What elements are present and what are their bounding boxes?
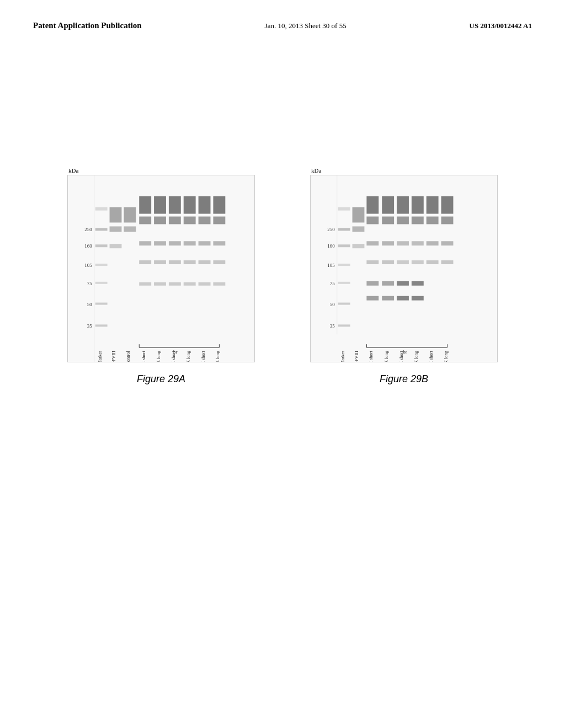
svg-text:50: 50 xyxy=(87,302,92,307)
svg-text:75: 75 xyxy=(87,281,92,286)
svg-rect-83 xyxy=(382,217,394,224)
svg-text:MW Marker: MW Marker xyxy=(97,351,103,362)
svg-rect-10 xyxy=(95,264,108,266)
svg-text:50: 50 xyxy=(330,302,335,307)
svg-rect-68 xyxy=(338,244,350,247)
publication-title: Patent Application Publication xyxy=(33,20,142,31)
svg-text:Lys 60K long: Lys 60K long xyxy=(215,350,220,362)
svg-rect-7 xyxy=(95,207,108,211)
svg-rect-44 xyxy=(213,196,225,214)
svg-rect-22 xyxy=(139,260,151,264)
svg-rect-70 xyxy=(338,282,350,284)
svg-text:Lys 40K long: Lys 40K long xyxy=(185,350,191,362)
svg-rect-20 xyxy=(139,217,151,224)
svg-text:Lys 60K short: Lys 60K short xyxy=(428,350,434,362)
svg-rect-106 xyxy=(441,241,454,245)
svg-text:105: 105 xyxy=(327,263,335,268)
svg-text:Lys 20K long: Lys 20K long xyxy=(156,350,161,362)
svg-text:35: 35 xyxy=(330,323,335,329)
svg-rect-96 xyxy=(412,241,424,245)
page-header: Patent Application Publication Jan. 10, … xyxy=(0,0,565,31)
svg-rect-67 xyxy=(338,228,350,231)
svg-rect-39 xyxy=(199,196,211,214)
patent-number: US 2013/0012442 A1 xyxy=(470,22,532,30)
svg-rect-21 xyxy=(139,241,151,245)
figure-29a: kDa 250 160 105 75 50 35 xyxy=(56,175,266,385)
svg-rect-34 xyxy=(184,196,196,214)
svg-text:250: 250 xyxy=(327,227,335,232)
svg-rect-17 xyxy=(124,207,136,223)
svg-rect-97 xyxy=(412,260,424,264)
svg-text:75: 75 xyxy=(330,281,335,286)
svg-rect-84 xyxy=(382,241,394,245)
svg-text:Lys 20K short: Lys 20K short xyxy=(141,350,146,362)
svg-rect-89 xyxy=(397,217,409,224)
figure-29a-caption: Figure 29A xyxy=(137,373,185,385)
svg-text:35: 35 xyxy=(87,323,92,329)
svg-rect-46 xyxy=(213,241,225,245)
svg-rect-9 xyxy=(95,244,108,247)
svg-text:Native rFVIII: Native rFVIII xyxy=(354,351,359,362)
svg-rect-69 xyxy=(338,264,350,266)
svg-rect-73 xyxy=(353,207,365,223)
svg-text:105: 105 xyxy=(84,263,92,268)
svg-rect-24 xyxy=(154,196,166,214)
svg-text:MW Marker: MW Marker xyxy=(340,351,345,362)
svg-text:250: 250 xyxy=(84,227,92,232)
svg-rect-78 xyxy=(366,241,379,245)
svg-rect-19 xyxy=(139,196,151,214)
svg-rect-102 xyxy=(427,241,439,245)
svg-rect-103 xyxy=(427,260,439,264)
svg-rect-92 xyxy=(397,281,409,286)
svg-rect-66 xyxy=(338,207,350,211)
svg-rect-95 xyxy=(412,217,424,224)
svg-rect-35 xyxy=(184,217,196,224)
svg-rect-87 xyxy=(382,296,394,301)
svg-text:Lys 40K long: Lys 40K long xyxy=(413,350,419,362)
svg-rect-32 xyxy=(169,260,181,264)
svg-rect-94 xyxy=(412,196,424,214)
svg-rect-104 xyxy=(441,196,454,214)
svg-rect-30 xyxy=(169,217,181,224)
svg-rect-82 xyxy=(382,196,394,214)
svg-rect-38 xyxy=(184,282,196,286)
svg-rect-71 xyxy=(338,303,350,305)
gel-image-b: 250 160 105 75 50 35 xyxy=(310,175,498,362)
svg-rect-105 xyxy=(441,217,454,224)
sheet-info: Jan. 10, 2013 Sheet 30 of 55 xyxy=(265,22,347,30)
svg-rect-29 xyxy=(169,196,181,214)
svg-rect-107 xyxy=(441,260,454,264)
svg-rect-79 xyxy=(366,260,379,264)
svg-text:Native rFVIII: Native rFVIII xyxy=(111,351,116,362)
svg-rect-48 xyxy=(213,282,225,286)
svg-rect-14 xyxy=(110,207,122,223)
svg-rect-15 xyxy=(110,226,122,232)
svg-text:FVIII hydr control: FVIII hydr control xyxy=(125,350,131,362)
svg-rect-80 xyxy=(366,281,379,286)
svg-rect-13 xyxy=(95,324,108,326)
kda-label-a: kDa xyxy=(68,167,78,174)
kda-label-b: kDa xyxy=(311,167,321,174)
svg-rect-85 xyxy=(382,260,394,264)
svg-rect-36 xyxy=(184,241,196,245)
svg-rect-75 xyxy=(353,244,365,248)
svg-text:160: 160 xyxy=(84,243,92,249)
svg-rect-18 xyxy=(124,226,136,232)
svg-rect-99 xyxy=(412,296,424,301)
svg-rect-74 xyxy=(353,226,365,232)
svg-rect-77 xyxy=(366,217,379,224)
svg-rect-16 xyxy=(110,244,122,248)
svg-rect-72 xyxy=(338,324,350,326)
svg-rect-37 xyxy=(184,260,196,264)
svg-text:br: br xyxy=(173,349,177,355)
svg-rect-90 xyxy=(397,241,409,245)
svg-rect-42 xyxy=(199,260,211,264)
figures-container: kDa 250 160 105 75 50 35 xyxy=(0,31,565,385)
svg-rect-45 xyxy=(213,217,225,224)
svg-rect-101 xyxy=(427,217,439,224)
svg-text:Lys 60K long: Lys 60K long xyxy=(443,350,449,362)
svg-rect-8 xyxy=(95,228,108,231)
svg-rect-27 xyxy=(154,260,166,264)
svg-rect-47 xyxy=(213,260,225,264)
svg-rect-98 xyxy=(412,281,424,286)
